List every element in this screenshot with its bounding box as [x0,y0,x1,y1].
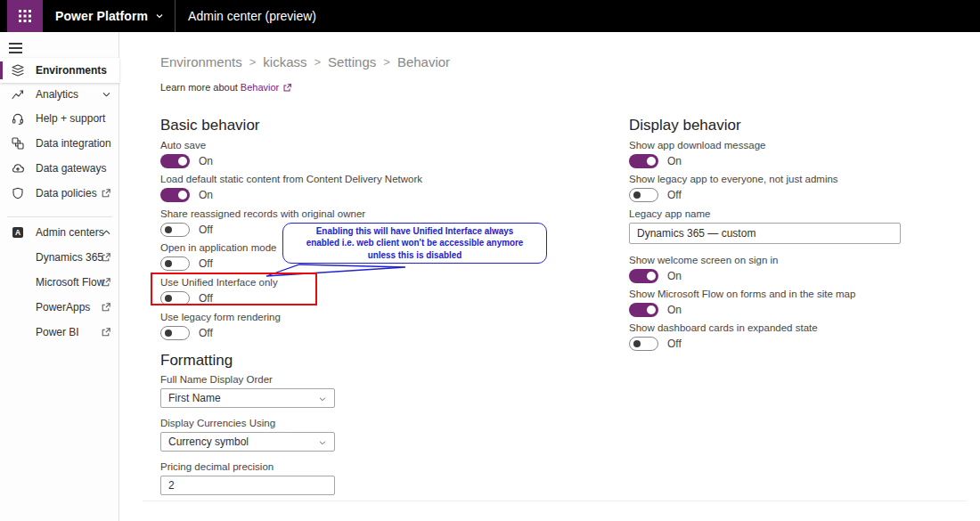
field-label: Pricing decimal precision [160,461,335,472]
breadcrumb: Environments > kickass > Settings > Beha… [160,54,450,69]
data-gateways-icon [11,161,25,175]
toggle-state-text: Off [199,257,213,270]
setting-show-legacy-app: Show legacy app to everyone, not just ad… [629,174,838,202]
setting-label: Load default static content from Content… [160,174,422,184]
sidebar-item-data-policies[interactable]: Data policies [0,181,119,206]
show-welcome-screen-toggle[interactable] [629,269,658,283]
sidebar-item-label: Environments [36,64,107,77]
setting-open-in-application-mode: Open in application mode Off [160,242,276,271]
annotation-callout-bubble: Enabling this will have Unified Interfac… [282,223,547,264]
setting-use-legacy-form-rendering: Use legacy form rendering Off [160,312,281,340]
sidebar-item-label: Dynamics 365 [36,251,103,264]
toggle-state-text: On [667,270,682,282]
sidebar-item-data-integration[interactable]: Data integration [0,131,119,156]
setting-show-microsoft-flow: Show Microsoft Flow on forms and in the … [629,289,855,317]
breadcrumb-environment-kickass[interactable]: kickass [263,54,306,69]
field-pricing-decimal-precision: Pricing decimal precision [160,461,335,495]
breadcrumb-separator: > [383,55,390,69]
sidebar-item-power-bi[interactable]: Power BI [0,320,119,345]
setting-label: Show dashboard cards in expanded state [629,322,818,333]
sidebar-item-label: Data gateways [36,162,106,175]
open-in-application-mode-toggle[interactable] [160,256,190,271]
breadcrumb-environments[interactable]: Environments [160,54,242,69]
sidebar-item-environments[interactable]: Environments [0,58,119,83]
breadcrumb-behavior: Behavior [397,54,450,69]
sidebar-item-label: Power BI [36,326,79,338]
breadcrumb-settings[interactable]: Settings [328,54,376,69]
setting-label: Show app download message [629,140,765,151]
setting-label: Use legacy form rendering [160,312,281,322]
setting-show-app-download-message: Show app download message On [629,140,765,168]
setting-label: Show Microsoft Flow on forms and in the … [629,289,855,299]
use-unified-interface-only-toggle[interactable] [160,291,190,305]
data-integration-icon [11,136,25,151]
chevron-down-icon [318,395,327,403]
show-legacy-app-toggle[interactable] [629,188,658,202]
chevron-down-icon [318,438,327,447]
pricing-decimal-precision-input[interactable] [160,476,335,495]
show-app-download-message-toggle[interactable] [629,154,658,168]
open-external-icon [101,277,111,288]
setting-use-unified-interface-only: Use Unified Interface only Off [160,277,278,305]
toggle-state-text: Off [199,327,213,339]
sidebar-item-data-gateways[interactable]: Data gateways [0,156,119,181]
setting-auto-save: Auto save On [160,140,213,168]
hamburger-button[interactable] [9,39,30,57]
sidebar-item-dynamics-365[interactable]: Dynamics 365 [0,245,119,270]
app-switch-chevron-down-icon[interactable] [155,12,164,20]
learn-more-row: Learn more about Behavior [160,82,292,93]
share-reassigned-records-toggle[interactable] [160,223,190,237]
field-full-name-display-order: Full Name Display Order First Name [160,374,335,408]
svg-text:A: A [15,228,20,237]
field-legacy-app-name: Legacy app name [629,208,901,244]
select-value: First Name [168,392,221,404]
show-microsoft-flow-toggle[interactable] [629,303,658,317]
field-label: Legacy app name [629,208,901,219]
sidebar-item-help-support[interactable]: Help + support [0,106,119,131]
field-display-currencies-using: Display Currencies Using Currency symbol [160,418,335,452]
learn-more-behavior-link[interactable]: Behavior [241,82,279,93]
setting-label: Auto save [160,140,213,151]
toggle-state-text: Off [199,292,213,305]
use-legacy-form-rendering-toggle[interactable] [160,326,190,340]
sidebar-item-label: Analytics [36,88,78,101]
setting-show-dashboard-cards: Show dashboard cards in expanded state O… [629,322,818,351]
learn-more-text: Learn more about [160,82,238,93]
setting-load-default-static-content: Load default static content from Content… [160,174,422,202]
display-currencies-using-select[interactable]: Currency symbol [160,432,335,452]
open-external-icon [282,83,292,93]
help-support-icon [11,111,25,126]
full-name-display-order-select[interactable]: First Name [160,388,335,408]
section-title-formatting: Formatting [160,352,233,370]
toggle-state-text: Off [667,189,682,201]
page-title: Admin center (preview) [188,9,316,23]
top-app-bar: Power Platform Admin center (preview) [0,0,980,32]
legacy-app-name-input[interactable] [629,223,901,244]
left-navigation: Environments Analytics Help + support Da… [0,32,119,521]
sidebar-item-microsoft-flow[interactable]: Microsoft Flow [0,270,119,295]
toggle-state-text: On [667,155,682,167]
load-default-static-content-toggle[interactable] [160,188,190,202]
toggle-state-text: Off [199,224,213,236]
sidebar-item-powerapps[interactable]: PowerApps [0,295,119,320]
sidebar-item-label: Data integration [36,137,111,150]
sidebar-item-label: PowerApps [36,301,90,313]
toggle-state-text: Off [667,338,682,350]
open-external-icon [101,252,111,263]
sidebar-item-label: Admin centers [36,226,104,239]
waffle-menu-button[interactable] [7,0,43,32]
setting-label: Share reassigned records with original o… [160,208,365,219]
content-bottom-divider [143,501,967,501]
sidebar-item-analytics[interactable]: Analytics [0,82,119,107]
sidebar-item-admin-centers[interactable]: A Admin centers [0,220,119,245]
sidebar-item-label: Data policies [36,187,97,199]
setting-show-welcome-screen: Show welcome screen on sign in On [629,255,778,283]
open-external-icon [101,327,111,338]
auto-save-toggle[interactable] [160,154,190,168]
app-name[interactable]: Power Platform [55,9,148,23]
section-title-display-behavior: Display behavior [629,117,741,134]
show-dashboard-cards-toggle[interactable] [629,337,658,351]
power-platform-admin-page: Power Platform Admin center (preview) En… [0,0,980,521]
data-policies-icon [11,186,25,200]
analytics-icon [11,87,25,102]
